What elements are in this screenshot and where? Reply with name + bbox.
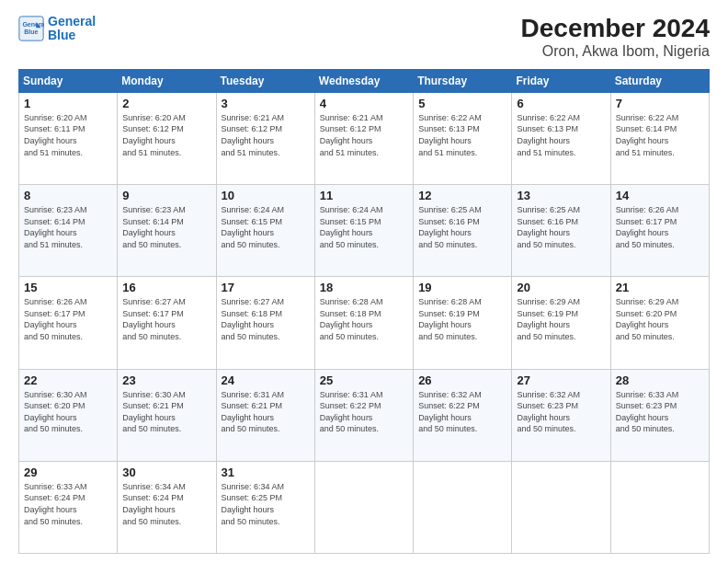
day-number: 19 <box>418 281 506 294</box>
calendar-cell: 13 Sunrise: 6:25 AM Sunset: 6:16 PM Dayl… <box>512 185 610 277</box>
day-info: Sunrise: 6:26 AM Sunset: 6:17 PM Dayligh… <box>616 204 704 250</box>
day-info: Sunrise: 6:21 AM Sunset: 6:12 PM Dayligh… <box>320 112 408 158</box>
svg-text:Blue: Blue <box>24 29 38 36</box>
logo-icon: General Blue <box>18 16 44 41</box>
col-tuesday: Tuesday <box>216 69 314 92</box>
calendar-cell: 20 Sunrise: 6:29 AM Sunset: 6:19 PM Dayl… <box>512 277 610 369</box>
calendar-cell: 31 Sunrise: 6:34 AM Sunset: 6:25 PM Dayl… <box>216 461 314 553</box>
col-thursday: Thursday <box>414 69 512 92</box>
day-number: 9 <box>122 189 210 202</box>
day-info: Sunrise: 6:25 AM Sunset: 6:16 PM Dayligh… <box>517 204 605 250</box>
calendar-cell: 16 Sunrise: 6:27 AM Sunset: 6:17 PM Dayl… <box>118 277 216 369</box>
day-number: 29 <box>24 465 112 479</box>
day-info: Sunrise: 6:21 AM Sunset: 6:12 PM Dayligh… <box>222 112 310 158</box>
day-info: Sunrise: 6:27 AM Sunset: 6:18 PM Dayligh… <box>222 296 310 342</box>
calendar-cell: 4 Sunrise: 6:21 AM Sunset: 6:12 PM Dayli… <box>314 92 413 184</box>
col-wednesday: Wednesday <box>314 69 413 92</box>
calendar-cell: 27 Sunrise: 6:32 AM Sunset: 6:23 PM Dayl… <box>512 369 610 461</box>
calendar-cell <box>314 461 413 553</box>
col-friday: Friday <box>512 69 610 92</box>
svg-text:General: General <box>22 22 44 29</box>
day-number: 6 <box>517 97 605 110</box>
calendar-cell: 24 Sunrise: 6:31 AM Sunset: 6:21 PM Dayl… <box>216 369 314 461</box>
day-number: 13 <box>517 189 605 202</box>
day-number: 27 <box>517 373 605 387</box>
day-info: Sunrise: 6:23 AM Sunset: 6:14 PM Dayligh… <box>24 204 112 250</box>
day-info: Sunrise: 6:27 AM Sunset: 6:17 PM Dayligh… <box>122 296 210 342</box>
calendar-cell: 28 Sunrise: 6:33 AM Sunset: 6:23 PM Dayl… <box>610 369 709 461</box>
day-info: Sunrise: 6:20 AM Sunset: 6:12 PM Dayligh… <box>122 112 210 158</box>
calendar-cell <box>414 461 512 553</box>
day-number: 24 <box>222 373 310 387</box>
day-number: 4 <box>320 97 408 110</box>
day-info: Sunrise: 6:22 AM Sunset: 6:13 PM Dayligh… <box>418 112 506 158</box>
day-info: Sunrise: 6:32 AM Sunset: 6:23 PM Dayligh… <box>517 389 605 435</box>
calendar-cell: 26 Sunrise: 6:32 AM Sunset: 6:22 PM Dayl… <box>414 369 512 461</box>
day-number: 30 <box>122 465 210 479</box>
day-info: Sunrise: 6:24 AM Sunset: 6:15 PM Dayligh… <box>320 204 408 250</box>
calendar-cell: 25 Sunrise: 6:31 AM Sunset: 6:22 PM Dayl… <box>314 369 413 461</box>
calendar-cell: 23 Sunrise: 6:30 AM Sunset: 6:21 PM Dayl… <box>118 369 216 461</box>
day-number: 17 <box>222 281 310 294</box>
day-number: 2 <box>122 97 210 110</box>
logo-line2: Blue <box>48 28 75 42</box>
col-monday: Monday <box>118 69 216 92</box>
calendar-cell: 7 Sunrise: 6:22 AM Sunset: 6:14 PM Dayli… <box>610 92 709 184</box>
calendar-cell: 2 Sunrise: 6:20 AM Sunset: 6:12 PM Dayli… <box>118 92 216 184</box>
day-info: Sunrise: 6:30 AM Sunset: 6:21 PM Dayligh… <box>122 389 210 435</box>
day-number: 22 <box>24 373 112 387</box>
day-info: Sunrise: 6:22 AM Sunset: 6:14 PM Dayligh… <box>616 112 704 158</box>
day-info: Sunrise: 6:20 AM Sunset: 6:11 PM Dayligh… <box>24 112 112 158</box>
calendar-cell: 9 Sunrise: 6:23 AM Sunset: 6:14 PM Dayli… <box>118 185 216 277</box>
day-info: Sunrise: 6:34 AM Sunset: 6:25 PM Dayligh… <box>222 481 310 527</box>
calendar-cell: 29 Sunrise: 6:33 AM Sunset: 6:24 PM Dayl… <box>19 461 118 553</box>
header: General Blue General Blue December 2024 … <box>18 15 710 60</box>
day-info: Sunrise: 6:25 AM Sunset: 6:16 PM Dayligh… <box>418 204 506 250</box>
day-info: Sunrise: 6:22 AM Sunset: 6:13 PM Dayligh… <box>517 112 605 158</box>
day-number: 23 <box>122 373 210 387</box>
calendar-cell: 5 Sunrise: 6:22 AM Sunset: 6:13 PM Dayli… <box>414 92 512 184</box>
day-number: 14 <box>616 189 704 202</box>
title-block: December 2024 Oron, Akwa Ibom, Nigeria <box>521 15 710 60</box>
calendar-subtitle: Oron, Akwa Ibom, Nigeria <box>521 43 710 60</box>
logo: General Blue General Blue <box>18 15 96 43</box>
calendar-cell: 8 Sunrise: 6:23 AM Sunset: 6:14 PM Dayli… <box>19 185 118 277</box>
day-number: 11 <box>320 189 408 202</box>
day-info: Sunrise: 6:30 AM Sunset: 6:20 PM Dayligh… <box>24 389 112 435</box>
calendar-cell: 14 Sunrise: 6:26 AM Sunset: 6:17 PM Dayl… <box>610 185 709 277</box>
day-number: 20 <box>517 281 605 294</box>
calendar-cell <box>512 461 610 553</box>
day-info: Sunrise: 6:29 AM Sunset: 6:19 PM Dayligh… <box>517 296 605 342</box>
day-info: Sunrise: 6:23 AM Sunset: 6:14 PM Dayligh… <box>122 204 210 250</box>
col-saturday: Saturday <box>610 69 709 92</box>
calendar-cell: 19 Sunrise: 6:28 AM Sunset: 6:19 PM Dayl… <box>414 277 512 369</box>
logo-line1: General <box>48 14 96 29</box>
day-number: 15 <box>24 281 112 294</box>
calendar-cell: 21 Sunrise: 6:29 AM Sunset: 6:20 PM Dayl… <box>610 277 709 369</box>
col-sunday: Sunday <box>19 69 118 92</box>
day-number: 8 <box>24 189 112 202</box>
page: General Blue General Blue December 2024 … <box>0 0 728 563</box>
day-number: 12 <box>418 189 506 202</box>
calendar-table: Sunday Monday Tuesday Wednesday Thursday… <box>18 69 710 554</box>
day-info: Sunrise: 6:33 AM Sunset: 6:24 PM Dayligh… <box>24 481 112 527</box>
day-number: 3 <box>222 97 310 110</box>
day-number: 21 <box>616 281 704 294</box>
calendar-cell: 17 Sunrise: 6:27 AM Sunset: 6:18 PM Dayl… <box>216 277 314 369</box>
day-info: Sunrise: 6:26 AM Sunset: 6:17 PM Dayligh… <box>24 296 112 342</box>
calendar-cell: 10 Sunrise: 6:24 AM Sunset: 6:15 PM Dayl… <box>216 185 314 277</box>
day-number: 1 <box>24 97 112 110</box>
calendar-cell: 22 Sunrise: 6:30 AM Sunset: 6:20 PM Dayl… <box>19 369 118 461</box>
day-number: 28 <box>616 373 704 387</box>
day-info: Sunrise: 6:33 AM Sunset: 6:23 PM Dayligh… <box>616 389 704 435</box>
day-number: 7 <box>616 97 704 110</box>
calendar-cell: 3 Sunrise: 6:21 AM Sunset: 6:12 PM Dayli… <box>216 92 314 184</box>
day-info: Sunrise: 6:24 AM Sunset: 6:15 PM Dayligh… <box>222 204 310 250</box>
day-number: 16 <box>122 281 210 294</box>
calendar-cell: 15 Sunrise: 6:26 AM Sunset: 6:17 PM Dayl… <box>19 277 118 369</box>
day-info: Sunrise: 6:32 AM Sunset: 6:22 PM Dayligh… <box>418 389 506 435</box>
day-info: Sunrise: 6:28 AM Sunset: 6:19 PM Dayligh… <box>418 296 506 342</box>
day-number: 31 <box>222 465 310 479</box>
calendar-cell: 12 Sunrise: 6:25 AM Sunset: 6:16 PM Dayl… <box>414 185 512 277</box>
day-info: Sunrise: 6:29 AM Sunset: 6:20 PM Dayligh… <box>616 296 704 342</box>
